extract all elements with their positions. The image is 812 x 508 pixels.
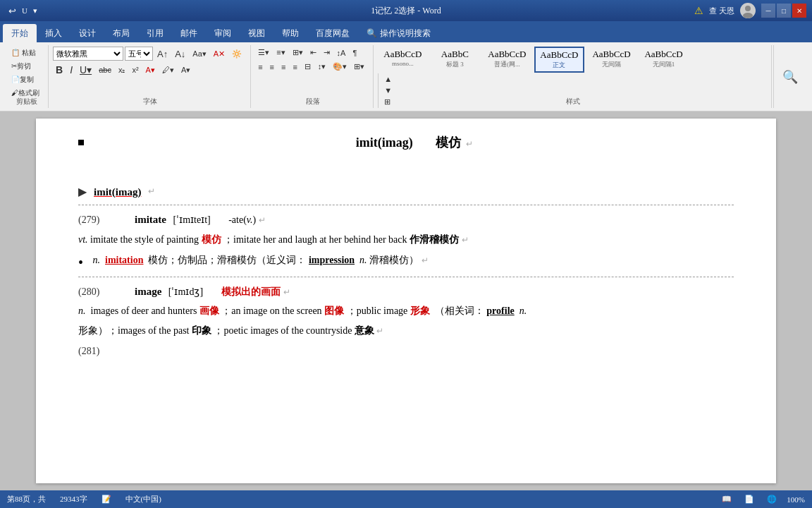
heading-text-cn: 模仿: [436, 135, 461, 150]
style-item-5[interactable]: AaBbCcD 无间隔: [587, 47, 636, 71]
styles-down-button[interactable]: ▼: [381, 85, 395, 96]
borders-button[interactable]: ⊞▾: [351, 61, 367, 73]
italic-button[interactable]: I: [67, 63, 75, 77]
paragraph-section: ☰▾ ≡▾ ⊞▾ ⇤ ⇥ ↕A ¶ ≡ ≡ ≡ ≡ ⊟ ↕▾ 🎨▾ ⊞▾ 段落: [252, 45, 374, 108]
zoom-level: 100%: [787, 495, 805, 504]
heading-text-en: imit(imag): [356, 135, 413, 150]
svg-point-0: [745, 6, 751, 11]
word-profile: profile: [486, 306, 514, 316]
separator-2: [78, 277, 734, 277]
paste-button[interactable]: 📋 粘贴: [8, 47, 39, 59]
subscript-button[interactable]: x₂: [116, 64, 128, 76]
line-spacing-button[interactable]: ↕▾: [315, 61, 329, 73]
bullets-button[interactable]: ☰▾: [255, 47, 272, 59]
pos-n3: n.: [78, 306, 86, 316]
numbering-button[interactable]: ≡▾: [273, 47, 288, 59]
document-page: imit(imag) 模仿 ↵ ▶ imit(imag) ↵ (279) imi…: [36, 119, 776, 483]
cn-tuxiang: 图像: [324, 306, 344, 316]
web-layout-button[interactable]: 🌐: [764, 493, 780, 505]
entry-280-cn: 模拟出的画面: [221, 284, 281, 300]
tab-review[interactable]: 审阅: [206, 24, 240, 42]
font-color-button[interactable]: A▾: [143, 64, 158, 76]
style-item-2[interactable]: AaBbC 标题 3: [430, 47, 479, 71]
tab-search[interactable]: 🔍 操作说明搜索: [358, 24, 439, 42]
show-formatting-button[interactable]: ¶: [350, 47, 359, 59]
tab-design[interactable]: 设计: [70, 24, 104, 42]
multilevel-button[interactable]: ⊞▾: [290, 47, 306, 59]
tab-home[interactable]: 开始: [3, 24, 37, 42]
align-right-button[interactable]: ≡: [278, 61, 288, 73]
maximize-button[interactable]: □: [777, 4, 791, 18]
styles-more-button[interactable]: ⊞: [381, 96, 395, 108]
align-center-button[interactable]: ≡: [267, 61, 277, 73]
style-item-4[interactable]: AaBbCcD 正文: [534, 47, 584, 73]
style-item-3[interactable]: AaBbCcD 普通(网...: [482, 47, 531, 71]
entry-280-def1: n. images of deer and hunters 画像 ；an ima…: [78, 303, 734, 320]
customize-qat-button[interactable]: ▾: [30, 5, 40, 17]
tab-mailings[interactable]: 邮件: [172, 24, 206, 42]
print-layout-button[interactable]: 📄: [742, 493, 757, 505]
style-item-6[interactable]: AaBbCcD 无间隔1: [639, 47, 689, 71]
tab-baidu[interactable]: 百度网盘: [307, 24, 358, 42]
font-size-selector[interactable]: 五号: [125, 47, 153, 61]
tab-insert[interactable]: 插入: [37, 24, 70, 42]
cut-button[interactable]: ✂剪切: [8, 60, 34, 73]
align-left-button[interactable]: ≡: [255, 61, 265, 73]
undo-button[interactable]: ↩: [6, 4, 19, 18]
cn-yixiang: 意象: [355, 325, 374, 336]
tab-view[interactable]: 视图: [240, 24, 273, 42]
bold-button[interactable]: B: [53, 63, 66, 77]
strikethrough-button[interactable]: abc: [96, 64, 114, 75]
document-indicator: U: [22, 6, 27, 15]
minimize-button[interactable]: ─: [761, 4, 775, 18]
justify-button[interactable]: ≡: [290, 61, 300, 73]
def-return: ↵: [462, 235, 469, 245]
font-name-selector[interactable]: 微软雅黑: [53, 47, 123, 61]
doc-heading-row: imit(imag) 模仿 ↵: [78, 133, 734, 153]
superscript-button[interactable]: x²: [129, 64, 141, 75]
close-button[interactable]: ✕: [792, 4, 806, 18]
font-shrink-button[interactable]: A↓: [172, 47, 188, 61]
clear-format-button[interactable]: A✕: [211, 48, 228, 60]
find-button[interactable]: 🔍: [780, 68, 801, 86]
shading-button[interactable]: 🎨▾: [330, 61, 350, 73]
increase-indent-button[interactable]: ⇥: [321, 47, 333, 59]
warning-icon: ⚠: [694, 5, 703, 17]
user-avatar[interactable]: [740, 3, 756, 18]
highlight-color-button[interactable]: 🖊▾: [159, 64, 177, 76]
style-item-1[interactable]: AaBbCcD msono...: [378, 47, 427, 69]
lang-indicator: 中文(中国): [125, 494, 161, 504]
entry-280-word: image: [135, 283, 161, 300]
word-impression: impression: [309, 255, 355, 265]
ribbon-content: 📋 粘贴 ✂剪切 📄复制 🖌格式刷 剪贴板 微软雅黑 五号 A↑ A↓ Aa▾ …: [0, 42, 812, 111]
title-bar: ↩ U ▾ 1记忆 2选择 - Word ⚠ 查 天恩 ─ □ ✕: [0, 0, 812, 21]
section-title: imit(imag): [94, 183, 141, 200]
read-mode-button[interactable]: 📖: [719, 493, 734, 505]
styles-section: AaBbCcD msono... AaBbC 标题 3 AaBbCcD 普通(网…: [375, 45, 772, 108]
change-case-button[interactable]: Aa▾: [190, 48, 209, 60]
word-imitation: imitation: [105, 255, 143, 265]
editing-section: 🔍: [773, 45, 806, 108]
cn-yinxiang: 印象: [192, 325, 211, 336]
copy-button[interactable]: 📄复制: [8, 73, 37, 86]
tab-help[interactable]: 帮助: [273, 24, 307, 42]
statusbar-right: 📖 📄 🌐 100%: [719, 493, 805, 505]
highlight-button[interactable]: 🔆: [229, 48, 245, 60]
underline-button[interactable]: U▾: [77, 63, 94, 77]
cn-huaji: 作滑稽模仿: [410, 234, 459, 245]
sort-button[interactable]: ↕A: [334, 47, 349, 59]
distributed-button[interactable]: ⊟: [302, 61, 314, 73]
styles-up-button[interactable]: ▲: [381, 73, 395, 85]
decrease-indent-button[interactable]: ⇤: [307, 47, 319, 59]
titlebar-right: ⚠ 查 天恩 ─ □ ✕: [694, 3, 806, 18]
pos-n2: n.: [359, 255, 367, 265]
entry-280-row: (280) image [ˈɪmɪdʒ] 模拟出的画面 ↵: [78, 283, 734, 300]
tab-references[interactable]: 引用: [138, 24, 172, 42]
entry-279-dash: [221, 212, 223, 228]
word-count: 29343字: [60, 494, 87, 504]
font-grow-button[interactable]: A↑: [154, 47, 171, 61]
tab-layout[interactable]: 布局: [104, 24, 138, 42]
window-title: 1记忆 2选择 - Word: [371, 5, 441, 17]
text-effect-button[interactable]: A▾: [178, 64, 193, 76]
expand-arrow-icon[interactable]: ▶: [78, 183, 87, 201]
